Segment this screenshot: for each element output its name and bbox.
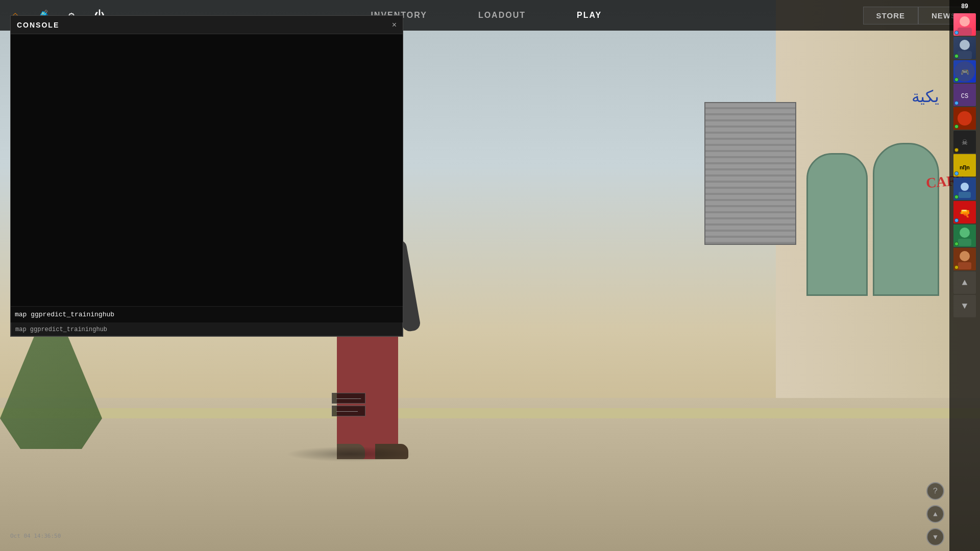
scroll-down-button[interactable]: ▼ (926, 528, 944, 546)
console-window: CONSOLE × map ggpredict_traininghub (10, 15, 403, 337)
player-avatar-9[interactable]: 🔫 (953, 201, 976, 223)
console-input-field[interactable] (15, 311, 399, 318)
console-autocomplete: map ggpredict_traininghub (11, 322, 403, 336)
svg-point-20 (960, 228, 970, 238)
svg-point-2 (960, 40, 970, 50)
player-avatar-2[interactable] (953, 37, 976, 59)
nav-loadout[interactable]: LOADOUT (473, 8, 531, 22)
curb (0, 408, 980, 418)
player-avatar-3[interactable]: 🎮 (953, 60, 976, 83)
player-avatar-10[interactable] (953, 224, 976, 247)
scroll-up-button[interactable]: ▲ (926, 505, 944, 523)
status-dot-5 (954, 124, 959, 129)
svg-text:☠: ☠ (962, 137, 968, 147)
svg-point-23 (960, 251, 970, 261)
door-left (806, 153, 868, 296)
status-dot-4 (954, 101, 959, 105)
status-dot-1 (954, 31, 959, 35)
svg-point-9 (958, 111, 972, 126)
console-autocomplete-text: map ggpredict_traininghub (15, 326, 107, 333)
player-count: 89 (961, 3, 968, 10)
console-title-bar: CONSOLE × (11, 16, 403, 34)
status-dot-9 (954, 218, 959, 222)
status-dot-3 (954, 78, 959, 82)
status-dot-10 (954, 242, 959, 246)
hint-line2: ——————— (332, 406, 365, 416)
svg-point-0 (960, 16, 970, 27)
right-sidebar: 89 🎮 CS ☠ nȠn (949, 0, 980, 551)
hint-line1: ———————— (332, 393, 365, 404)
player-avatar-4[interactable]: CS (953, 84, 976, 106)
svg-point-15 (961, 183, 969, 191)
sidebar-scroll-down[interactable]: ▼ (953, 295, 976, 317)
status-dot-8 (954, 195, 959, 199)
svg-rect-1 (958, 28, 972, 36)
help-button[interactable]: ? (926, 482, 944, 500)
door-right (873, 143, 939, 296)
arabic-text: يكية (912, 87, 939, 106)
player-avatar-6[interactable]: ☠ (953, 131, 976, 153)
player-avatar-1[interactable] (953, 13, 976, 36)
player-avatar-7[interactable]: nȠn (953, 154, 976, 177)
svg-rect-24 (958, 262, 971, 269)
console-input-row (11, 306, 403, 322)
shutter (704, 102, 796, 245)
character-shadow (286, 446, 413, 462)
sidebar-scroll-up[interactable]: ▲ (953, 271, 976, 294)
status-dot-6 (954, 148, 959, 152)
console-output (11, 34, 403, 306)
player-avatar-11[interactable] (953, 248, 976, 270)
svg-text:🎮: 🎮 (961, 68, 970, 77)
hud-timestamp: Oct 04 14:36:50 (10, 533, 61, 539)
svg-rect-3 (958, 51, 972, 59)
player-avatar-8[interactable] (953, 178, 976, 200)
nav-play[interactable]: PLAY (572, 8, 607, 22)
console-close-button[interactable]: × (392, 20, 397, 30)
svg-text:🔫: 🔫 (959, 208, 971, 219)
console-title: CONSOLE (17, 21, 59, 29)
nav-store-button[interactable]: STORE (863, 7, 918, 24)
status-dot-7 (954, 171, 959, 176)
bottom-hud: Oct 04 14:36:50 (0, 520, 980, 551)
status-dot-11 (954, 265, 959, 269)
control-hints: ———————— ——————— (332, 393, 365, 418)
svg-rect-21 (958, 239, 971, 246)
svg-rect-16 (959, 192, 971, 198)
svg-text:nȠn: nȠn (960, 165, 970, 171)
player-avatar-5[interactable] (953, 107, 976, 130)
status-dot-2 (954, 54, 959, 58)
svg-text:CS: CS (961, 93, 968, 100)
